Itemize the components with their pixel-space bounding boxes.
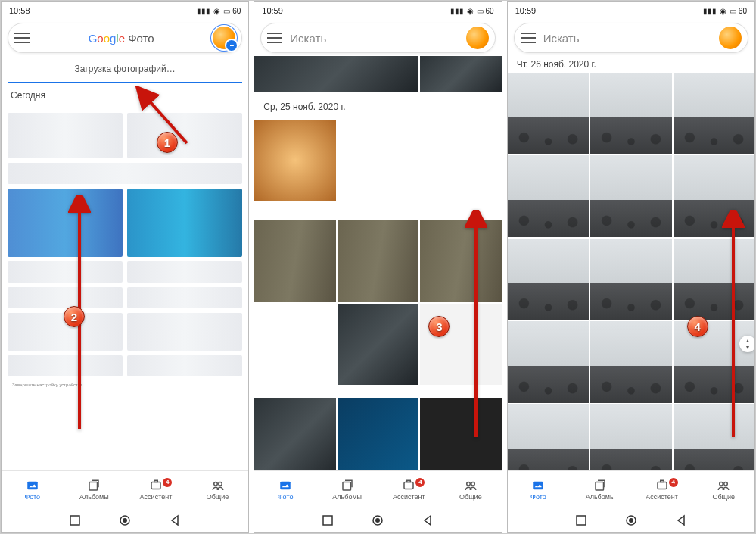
callout-marker-1: 1 [157,132,178,153]
nav-sharing[interactable]: Общие [187,479,249,501]
date-header: Ср, 25 нояб. 2020 г. [254,94,501,120]
svg-rect-15 [407,480,411,482]
section-today: Сегодня [2,83,248,108]
search-input[interactable]: Искать [282,32,465,45]
back-button[interactable] [169,514,181,526]
photo-thumbnail[interactable] [420,220,501,301]
nav-photos[interactable]: Фото [254,479,316,501]
status-time: 10:59 [262,6,283,15]
status-time: 10:59 [515,6,537,15]
nav-albums[interactable]: Альбомы [316,479,378,501]
avatar[interactable] [466,27,489,49]
battery-icon: ▭ 60 [477,7,494,15]
photo-thumbnail[interactable] [508,155,589,236]
wifi-icon: ◉ [467,7,474,15]
list-item[interactable] [8,189,123,257]
sharing-icon [716,479,731,492]
nav-assistant[interactable]: 4Ассистент [631,479,693,501]
svg-point-27 [724,482,728,486]
photo-thumbnail[interactable] [254,56,418,92]
search-input[interactable]: Искать [536,32,719,45]
recent-apps-button[interactable] [69,514,81,526]
list-item[interactable] [8,355,123,376]
photo-thumbnail[interactable] [590,321,671,402]
photo-feed[interactable]: Завершите настройку устройства [2,108,248,470]
back-button[interactable] [675,514,687,526]
assistant-badge: 4 [415,478,425,487]
home-button[interactable] [372,514,384,526]
photo-thumbnail[interactable] [254,120,335,201]
assistant-icon [401,479,416,492]
photo-thumbnail[interactable] [338,398,418,470]
search-bar[interactable]: Google Фото [8,23,242,53]
photos-icon [25,479,40,492]
svg-rect-28 [577,516,586,525]
nav-albums[interactable]: Альбомы [569,479,631,501]
photo-thumbnail[interactable] [420,398,501,470]
svg-rect-3 [89,482,98,490]
assistant-icon [148,479,163,492]
list-item[interactable] [8,261,123,283]
list-item[interactable] [127,287,242,308]
nav-assistant[interactable]: 4Ассистент [378,479,440,501]
photo-thumbnail[interactable] [590,155,671,236]
sharing-icon [210,479,226,492]
nav-photos[interactable]: Фото [508,479,570,501]
photo-thumbnail[interactable] [254,304,335,385]
list-item[interactable] [127,355,242,376]
photo-thumbnail[interactable] [254,398,335,470]
status-bar: 10:58 ▮▮▮ ◉ ▭ 60 [2,2,248,20]
search-bar[interactable]: Искать [260,23,495,53]
home-button[interactable] [119,514,131,526]
photo-feed[interactable]: ▴▾ [508,73,754,470]
search-bar[interactable]: Искать [514,23,748,53]
app-title: Google Фото [30,32,213,45]
photo-thumbnail[interactable] [674,73,754,154]
photo-thumbnail[interactable] [338,120,418,201]
nav-assistant[interactable]: 4Ассистент [125,479,187,501]
nav-sharing[interactable]: Общие [440,479,502,501]
menu-icon[interactable] [267,33,282,43]
home-button[interactable] [625,514,637,526]
avatar[interactable] [719,27,742,49]
photo-thumbnail[interactable] [590,73,671,154]
svg-rect-25 [660,480,664,482]
recent-apps-button[interactable] [322,514,334,526]
avatar[interactable] [213,27,235,49]
photo-thumbnail[interactable] [420,56,501,92]
date-header: Чт, 26 нояб. 2020 г. [508,56,754,73]
svg-rect-23 [596,482,604,490]
signal-icon: ▮▮▮ [450,7,464,15]
list-item[interactable] [8,113,123,158]
list-item[interactable] [8,287,123,308]
system-nav [254,508,501,532]
photo-thumbnail[interactable] [508,404,589,470]
list-item[interactable] [127,313,242,351]
photo-thumbnail[interactable] [420,304,501,385]
recent-apps-button[interactable] [575,514,587,526]
photo-thumbnail[interactable] [508,73,589,154]
menu-icon[interactable] [521,33,536,43]
nav-photos[interactable]: Фото [2,479,64,501]
nav-albums[interactable]: Альбомы [64,479,126,501]
photo-thumbnail[interactable] [254,220,335,301]
status-bar: 10:59 ▮▮▮ ◉ ▭ 60 [254,2,501,20]
assistant-badge: 4 [669,478,678,487]
photos-icon [530,479,546,492]
nav-sharing[interactable]: Общие [692,479,754,501]
callout-marker-2: 2 [64,306,85,327]
list-item[interactable] [127,189,242,257]
photo-thumbnail[interactable] [590,239,671,320]
back-button[interactable] [422,514,434,526]
photo-thumbnail[interactable] [338,220,418,301]
signal-icon: ▮▮▮ [197,7,210,15]
screen-1: 10:58 ▮▮▮ ◉ ▭ 60 Google Фото Загрузка фо… [1,1,249,533]
photo-thumbnail[interactable] [590,404,671,470]
photo-thumbnail[interactable] [338,304,418,385]
photo-thumbnail[interactable] [508,321,589,402]
menu-icon[interactable] [14,33,30,43]
screen-2: 10:59 ▮▮▮ ◉ ▭ 60 Искать Ср, 25 нояб. 202… [254,1,502,533]
list-item[interactable] [8,163,242,184]
list-item[interactable] [127,261,242,283]
photo-thumbnail[interactable] [508,239,589,320]
